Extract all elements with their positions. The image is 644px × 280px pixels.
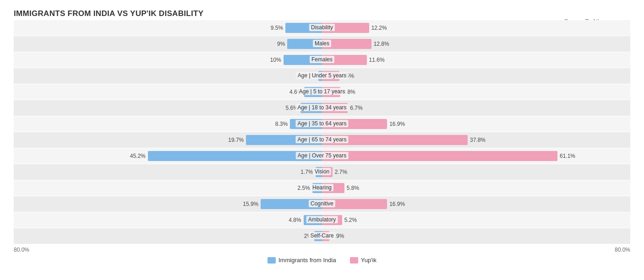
right-half: 11.6% [322, 52, 630, 68]
table-row: 1% Age | Under 5 years 4.5% [14, 68, 630, 84]
india-value: 10% [270, 57, 284, 63]
row-label: Males [313, 40, 331, 47]
axis-row: 80.0% 80.0% [14, 247, 630, 253]
row-label: Females [310, 56, 334, 63]
row-label: Age | Over 75 years [296, 152, 349, 159]
legend-yupik: Yup'ik [350, 257, 377, 264]
row-label: Age | 35 to 64 years [295, 120, 348, 127]
axis-left: 80.0% [14, 247, 322, 253]
left-half: 5.6% [14, 100, 322, 116]
left-half: 8.3% [14, 116, 322, 132]
yupik-value: 6.7% [348, 105, 362, 111]
table-row: 2% Self-Care 1.9% [14, 228, 630, 244]
axis-right: 80.0% [322, 247, 630, 253]
yupik-value: 37.8% [468, 137, 486, 143]
right-half: 2.7% [322, 164, 630, 180]
yupik-legend-label: Yup'ik [361, 257, 377, 264]
left-half: 45.2% [14, 148, 322, 164]
india-value: 4.8% [289, 217, 303, 223]
india-value: 9.5% [271, 25, 285, 31]
chart-title: IMMIGRANTS FROM INDIA VS YUP'IK DISABILI… [14, 9, 630, 18]
left-half: 19.7% [14, 132, 322, 148]
yupik-legend-box [350, 257, 358, 264]
row-label: Age | 18 to 34 years [295, 104, 348, 111]
right-half: 5.2% [322, 212, 630, 228]
right-half: 16.9% [322, 196, 630, 212]
table-row: 5.6% Age | 18 to 34 years 6.7% [14, 100, 630, 116]
right-half: 37.8% [322, 132, 630, 148]
yupik-value: 5.8% [344, 185, 359, 191]
right-half: 61.1% [322, 148, 630, 164]
row-label: Hearing [311, 184, 333, 191]
yupik-value: 5.2% [342, 217, 357, 223]
row-label: Age | Under 5 years [296, 72, 349, 79]
left-half: 1.7% [14, 164, 322, 180]
row-label: Self-Care [309, 232, 336, 239]
table-row: 4.6% Age | 5 to 17 years 4.8% [14, 84, 630, 100]
left-half: 2.5% [14, 180, 322, 196]
table-row: 1.7% Vision 2.7% [14, 164, 630, 180]
left-half: 9.5% [14, 20, 322, 36]
right-half: 5.8% [322, 180, 630, 196]
india-legend-label: Immigrants from India [278, 257, 336, 264]
left-half: 4.8% [14, 212, 322, 228]
yupik-bar [322, 151, 557, 161]
table-row: 9% Males 12.8% [14, 36, 630, 52]
table-row: 15.9% Cognitive 16.9% [14, 196, 630, 212]
left-half: 4.6% [14, 84, 322, 100]
row-label: Age | 5 to 17 years [297, 88, 347, 95]
left-half: 9% [14, 36, 322, 52]
table-row: 4.8% Ambulatory 5.2% [14, 212, 630, 228]
table-row: 19.7% Age | 65 to 74 years 37.8% [14, 132, 630, 148]
right-half: 4.8% [322, 84, 630, 100]
yupik-value: 12.2% [369, 25, 387, 31]
right-half: 12.2% [322, 20, 630, 36]
india-legend-box [267, 257, 276, 264]
row-label: Vision [313, 168, 331, 175]
left-half: 1% [14, 68, 322, 84]
right-half: 16.9% [322, 116, 630, 132]
legend: Immigrants from India Yup'ik [14, 257, 630, 264]
yupik-value: 11.6% [367, 57, 385, 63]
yupik-value: 12.8% [371, 41, 389, 47]
table-row: 45.2% Age | Over 75 years 61.1% [14, 148, 630, 164]
row-label: Cognitive [309, 200, 335, 207]
table-row: 8.3% Age | 35 to 64 years 16.9% [14, 116, 630, 132]
left-half: 10% [14, 52, 322, 68]
india-value: 45.2% [130, 153, 148, 159]
india-value: 9% [277, 41, 287, 47]
right-half: 12.8% [322, 36, 630, 52]
india-value: 8.3% [275, 121, 290, 127]
right-half: 6.7% [322, 100, 630, 116]
yupik-value: 2.7% [333, 169, 347, 175]
legend-india: Immigrants from India [267, 257, 336, 264]
chart-wrapper: IMMIGRANTS FROM INDIA VS YUP'IK DISABILI… [14, 9, 630, 264]
table-row: 9.5% Disability 12.2% [14, 20, 630, 36]
right-half: 1.9% [322, 228, 630, 244]
rows-container: 9.5% Disability 12.2% 9% Males 12.8% 10%… [14, 20, 630, 244]
left-half: 15.9% [14, 196, 322, 212]
right-half: 4.5% [322, 68, 630, 84]
left-half: 2% [14, 228, 322, 244]
yupik-value: 16.9% [387, 121, 405, 127]
india-value: 15.9% [243, 201, 261, 207]
yupik-value: 61.1% [557, 153, 575, 159]
yupik-value: 16.9% [387, 201, 405, 207]
table-row: 10% Females 11.6% [14, 52, 630, 68]
table-row: 2.5% Hearing 5.8% [14, 180, 630, 196]
row-label: Ambulatory [306, 216, 338, 223]
india-value: 19.7% [228, 137, 246, 143]
row-label: Age | 65 to 74 years [295, 136, 348, 143]
row-label: Disability [309, 24, 335, 31]
